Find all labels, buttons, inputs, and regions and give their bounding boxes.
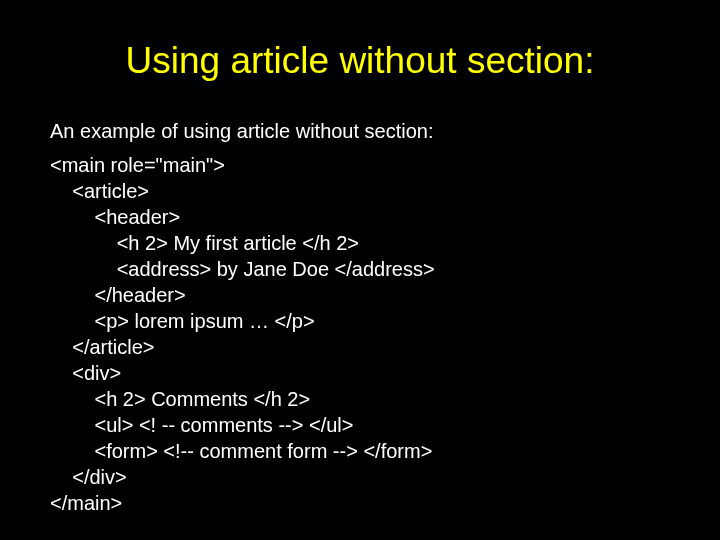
slide-title: Using article without section: [50, 40, 670, 82]
code-block: <main role="main"> <article> <header> <h… [50, 152, 670, 516]
slide: Using article without section: An exampl… [0, 0, 720, 540]
intro-text: An example of using article without sect… [50, 118, 670, 144]
